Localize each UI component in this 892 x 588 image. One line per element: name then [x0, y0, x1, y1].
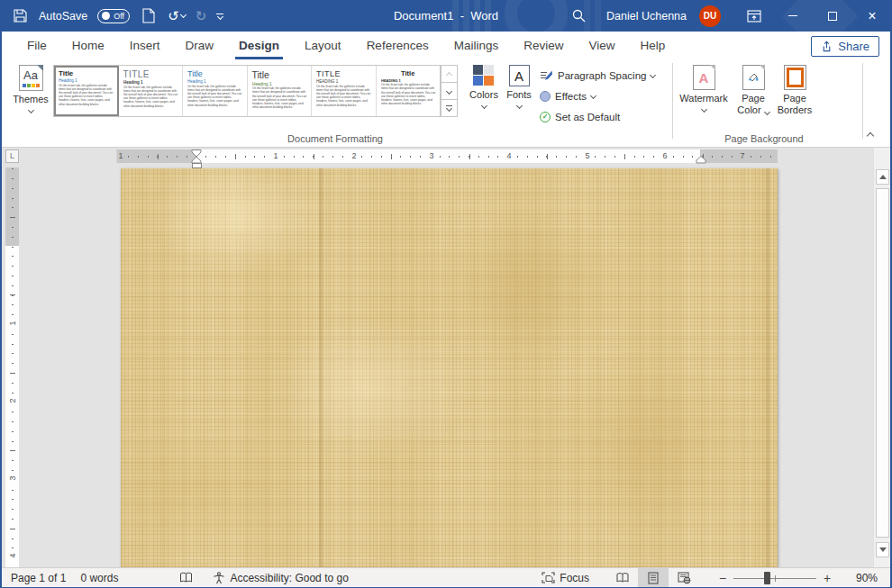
save-icon[interactable] [11, 6, 29, 26]
tab-home[interactable]: Home [59, 32, 117, 59]
vertical-ruler[interactable]: 1234 [5, 167, 19, 567]
ribbon-tabs: FileHomeInsertDrawDesignLayoutReferences… [2, 32, 678, 59]
themes-button[interactable]: Aa Themes [9, 65, 52, 113]
style-set-heading: Heading 1 [252, 81, 307, 86]
zoom-slider[interactable] [733, 572, 816, 584]
ribbon: Aa Themes TitleHeading 1On the Insert ta… [2, 59, 890, 148]
scroll-down-button[interactable] [876, 542, 889, 557]
search-icon[interactable] [571, 8, 587, 23]
style-set-body-preview: On the Insert tab, the galleries include… [252, 86, 307, 109]
zoom-in-button[interactable]: + [820, 571, 834, 585]
tab-insert[interactable]: Insert [117, 32, 173, 59]
user-name[interactable]: Daniel Uchenna [606, 10, 687, 23]
style-set-thumbnail-2[interactable]: TITLEHeading 1On the Insert tab, the gal… [119, 66, 184, 116]
scroll-up-button[interactable] [876, 169, 889, 185]
avatar[interactable]: DU [699, 5, 721, 27]
style-set-heading: Heading 1 [123, 80, 178, 85]
style-set-title: Title [187, 69, 242, 78]
share-button[interactable]: Share [811, 36, 879, 57]
style-set-thumbnail-6[interactable]: TitleHEADING 1On the Insert tab, the gal… [377, 66, 441, 116]
watermark-button[interactable]: A Watermark [678, 65, 730, 112]
minimize-button[interactable] [773, 0, 813, 32]
tab-review[interactable]: Review [511, 32, 576, 59]
tab-view[interactable]: View [576, 32, 627, 59]
style-set-thumbnail-4[interactable]: TitleHeading 1On the Insert tab, the gal… [248, 66, 313, 116]
customize-quick-access-toolbar-icon[interactable] [216, 14, 223, 19]
style-set-title: Title [381, 69, 436, 77]
set-as-default-button[interactable]: ✓ Set as Default [540, 107, 670, 126]
colors-button[interactable]: Colors [467, 65, 501, 108]
document-page[interactable] [121, 168, 778, 567]
tab-design[interactable]: Design [226, 32, 292, 59]
focus-icon [542, 572, 555, 583]
titlebar: AutoSave Off ↺ ↻ Document1 - Word [0, 0, 892, 32]
style-set-title: TITLE [316, 69, 371, 78]
style-set-thumbnail-3[interactable]: TitleHeading 1On the Insert tab, the gal… [183, 66, 248, 116]
page-borders-label-line1: Page [783, 93, 806, 104]
ruler-number: 2 [350, 149, 358, 163]
proofing-errors-button[interactable] [179, 572, 193, 583]
web-layout-view-button[interactable] [669, 568, 699, 588]
zoom-controls: − + 90% [715, 571, 890, 585]
web-layout-icon [678, 572, 691, 584]
style-set-body-preview: On the Insert tab, the galleries include… [316, 85, 371, 107]
tab-references[interactable]: References [354, 32, 441, 59]
effects-icon [540, 91, 551, 102]
word-count-indicator[interactable]: 0 words [80, 572, 118, 584]
tab-mailings[interactable]: Mailings [441, 32, 512, 59]
ruler-number: 7 [738, 149, 746, 163]
fonts-button[interactable]: A Fonts [504, 65, 534, 108]
tab-draw[interactable]: Draw [173, 32, 227, 59]
tab-stop-selector[interactable]: L [5, 149, 19, 163]
print-layout-view-button[interactable] [638, 568, 669, 588]
undo-icon: ↺ [168, 9, 179, 23]
page-color-button[interactable]: Page Color [733, 65, 773, 116]
ribbon-tab-row: FileHomeInsertDrawDesignLayoutReferences… [2, 32, 890, 59]
colors-label: Colors [469, 89, 498, 101]
close-button[interactable]: × [852, 0, 892, 32]
tab-help[interactable]: Help [628, 32, 678, 59]
vertical-scrollbar[interactable] [873, 148, 890, 567]
ruler-number: 4 [6, 549, 19, 563]
zoom-out-button[interactable]: − [715, 571, 730, 585]
paragraph-spacing-label: Paragraph Spacing [558, 70, 646, 81]
accessibility-checker-button[interactable]: Accessibility: Good to go [213, 572, 348, 584]
undo-button[interactable]: ↺ [168, 9, 186, 23]
style-set-body-preview: On the Insert tab, the galleries include… [187, 85, 242, 107]
paragraph-spacing-button[interactable]: Paragraph Spacing [540, 66, 670, 85]
focus-mode-button[interactable]: Focus [542, 572, 589, 584]
gallery-more-button[interactable] [441, 100, 458, 117]
style-set-thumbnail-5[interactable]: TITLEHEADING 1On the Insert tab, the gal… [312, 66, 377, 116]
scrollbar-thumb[interactable] [876, 188, 889, 538]
themes-icon: Aa [19, 65, 43, 91]
autosave-toggle[interactable]: Off [97, 9, 130, 23]
page-borders-label-line2: Borders [778, 104, 813, 116]
collapse-ribbon-button[interactable] [863, 129, 878, 140]
zoom-slider-thumb[interactable] [764, 572, 770, 584]
fonts-dropdown-chevron-icon [515, 103, 522, 109]
style-set-thumbnail-1[interactable]: TitleHeading 1On the Insert tab, the gal… [54, 66, 119, 116]
page-color-label-line2: Color [737, 104, 760, 116]
group-divider [862, 63, 863, 139]
new-document-icon[interactable] [140, 6, 158, 26]
redo-icon[interactable]: ↻ [196, 9, 207, 23]
page-number-indicator[interactable]: Page 1 of 1 [11, 572, 66, 584]
horizontal-ruler[interactable]: 11234567 [121, 149, 778, 163]
themes-label: Themes [13, 94, 49, 105]
effects-button[interactable]: Effects [540, 86, 670, 105]
style-set-gallery: TitleHeading 1On the Insert tab, the gal… [53, 65, 441, 117]
window-border [0, 0, 2, 588]
page-borders-button[interactable]: Page Borders [775, 65, 815, 116]
tab-layout[interactable]: Layout [292, 32, 354, 59]
indent-markers[interactable] [191, 149, 202, 164]
maximize-button[interactable] [813, 0, 852, 32]
zoom-level[interactable]: 90% [842, 572, 878, 584]
page-borders-icon [784, 65, 806, 90]
style-set-heading: HEADING 1 [316, 79, 371, 84]
tab-file[interactable]: File [14, 32, 59, 59]
gallery-scroll-down-button[interactable] [441, 83, 458, 100]
read-mode-view-button[interactable] [607, 568, 638, 588]
ribbon-display-options-icon[interactable] [739, 0, 769, 32]
gallery-scroll-up-button[interactable] [441, 65, 458, 83]
right-indent-marker[interactable] [696, 156, 706, 164]
